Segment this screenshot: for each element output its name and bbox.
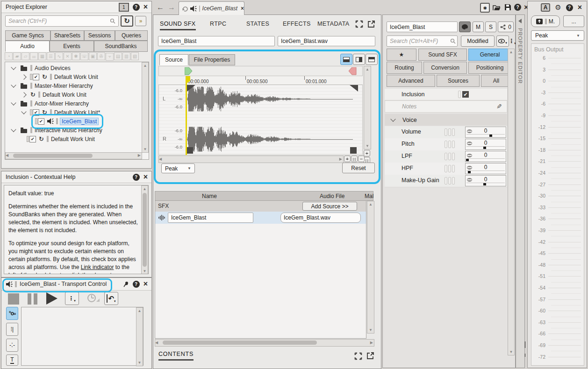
source-file-field[interactable] xyxy=(280,213,361,223)
property-value-box[interactable]: 0 xyxy=(465,163,506,174)
chevron-right-icon[interactable] xyxy=(21,92,26,97)
waveform-vertical-scrollbar[interactable]: ▲▼ xyxy=(364,66,371,149)
loop-start-marker[interactable] xyxy=(185,67,193,75)
chevron-down-icon[interactable] xyxy=(11,127,16,132)
filter-expand-button[interactable]: » xyxy=(135,16,146,26)
tree-row[interactable]: ✔ ↻ Default Work Unit* xyxy=(5,108,100,117)
trim-end-handle[interactable] xyxy=(350,85,358,92)
help-icon[interactable]: ? xyxy=(566,4,573,11)
view-single-button[interactable] xyxy=(340,54,352,65)
zoom-in-vertical-button[interactable]: + xyxy=(364,150,370,156)
tree-label[interactable]: Interactive Music Hierarchy xyxy=(35,127,102,134)
source-name-field[interactable] xyxy=(168,213,253,223)
close-tab-icon[interactable]: × xyxy=(241,5,244,12)
zoom-ratio-button[interactable]: |:| xyxy=(351,156,358,162)
property-value[interactable]: 0 xyxy=(466,176,506,183)
slider-marker[interactable] xyxy=(468,171,471,173)
property-value-box[interactable]: 0 xyxy=(465,139,506,150)
search-input[interactable] xyxy=(5,15,119,27)
notes-placeholder[interactable]: Notes xyxy=(402,103,416,110)
contents-vertical-scrollbar[interactable]: ▲▼ xyxy=(367,201,374,334)
tab-rtpc[interactable]: RTPC xyxy=(210,21,226,27)
tab-effects[interactable]: EFFECTS xyxy=(283,21,311,27)
tab-soundbanks[interactable]: SoundBanks xyxy=(94,41,148,52)
column-header-name[interactable]: Name xyxy=(202,193,217,199)
waveform-left-channel[interactable] xyxy=(187,86,358,112)
music-segment-icon[interactable]: ▥ xyxy=(122,52,130,60)
modified-filter-button[interactable]: Modified xyxy=(461,35,495,47)
segment-view-button[interactable]: -⁚- xyxy=(6,339,18,352)
transport-menu-button[interactable]: ⋮▾ xyxy=(65,292,79,305)
chevron-down-icon[interactable] xyxy=(11,64,16,70)
help-icon[interactable]: ? xyxy=(133,174,140,181)
play-button[interactable] xyxy=(46,292,57,305)
link-indicator-group[interactable] xyxy=(445,141,456,149)
tree-horizontal-scrollbar[interactable]: ◀ ▶ xyxy=(5,152,142,159)
text-view-button[interactable]: T xyxy=(6,355,18,366)
chevron-down-icon[interactable] xyxy=(21,109,26,114)
property-menu-button[interactable]: ⋮▾ xyxy=(510,35,515,47)
tree-row-selected[interactable]: ✔ IceGem_Blast xyxy=(5,117,99,126)
meter-mode-dropdown[interactable]: Peak▼ xyxy=(531,30,584,41)
mute-button[interactable]: M xyxy=(473,21,484,32)
column-header-audio-file[interactable]: Audio File xyxy=(320,193,344,199)
tree-row[interactable]: Audio Devices xyxy=(5,64,71,72)
physical-folder-icon[interactable]: ▰ xyxy=(13,52,21,60)
transport-scrollbar[interactable]: ▲▼ xyxy=(136,307,143,366)
link-indicator-icon[interactable] xyxy=(30,109,32,115)
mini-slider[interactable] xyxy=(466,183,505,185)
gear-icon[interactable]: ⚙ xyxy=(555,3,561,12)
tab-favorites[interactable]: ★ xyxy=(387,49,416,61)
add-source-button[interactable]: Add Source >> xyxy=(302,202,357,211)
tree-vertical-scrollbar[interactable]: ▲▼ xyxy=(142,62,149,153)
playhead-cursor[interactable] xyxy=(186,76,187,155)
reset-playback-button[interactable]: ↶▾ xyxy=(104,292,118,305)
waveform-horizontal-scrollbar[interactable]: ◀ ▶ xyxy=(158,156,344,163)
tree-label[interactable]: Master-Mixer Hierarchy xyxy=(35,83,93,89)
tab-sound-sfx[interactable]: SOUND SFX xyxy=(160,21,196,30)
property-object-name-field[interactable] xyxy=(387,21,458,32)
column-header-clipped[interactable]: Mal xyxy=(365,193,373,199)
tree-row[interactable]: ✔ ↻ Default Work Unit xyxy=(5,72,98,81)
work-unit-icon[interactable]: ◔ xyxy=(5,52,13,60)
link-indicator-icon[interactable] xyxy=(458,91,461,98)
tab-contents[interactable]: CONTENTS xyxy=(158,351,194,361)
property-value[interactable]: 0 xyxy=(466,152,506,158)
slider-marker[interactable] xyxy=(489,135,492,137)
meter-layout-button[interactable]: A xyxy=(541,3,550,12)
property-value[interactable]: 0 xyxy=(466,128,506,134)
tree-row[interactable]: ✔ ↻ Default Work Unit xyxy=(5,135,95,143)
inclusion-checkbox[interactable]: ✔ xyxy=(462,91,469,98)
zoom-in-button[interactable]: + xyxy=(344,156,351,162)
tab-game-syncs[interactable]: Game Syncs xyxy=(5,30,50,41)
property-value[interactable]: 0 xyxy=(466,140,506,146)
chevron-down-icon[interactable] xyxy=(11,100,16,105)
mini-slider[interactable] xyxy=(466,146,505,149)
tab-queries[interactable]: Queries xyxy=(115,30,148,41)
property-search-input[interactable] xyxy=(387,35,458,47)
nav-back-button[interactable]: ← xyxy=(155,3,165,12)
list-icon[interactable]: ☰ xyxy=(47,52,55,60)
tree-label[interactable]: Default Work Unit xyxy=(43,92,86,98)
contents-source-row[interactable] xyxy=(155,212,366,224)
trim-start-handle[interactable] xyxy=(187,85,195,92)
close-icon[interactable]: × xyxy=(578,4,582,11)
mixer-icon[interactable]: ⚌ xyxy=(30,52,38,60)
link-indicator-icon[interactable] xyxy=(30,74,32,80)
fade-out-handle[interactable] xyxy=(350,147,357,154)
property-editor-strip[interactable]: PROPERTY EDITOR xyxy=(516,14,525,368)
tree-row[interactable]: Interactive Music Hierarchy xyxy=(5,126,102,135)
mini-slider[interactable] xyxy=(466,158,505,161)
edit-pencil-icon[interactable]: ✎ xyxy=(496,103,502,110)
view-split-rows-button[interactable] xyxy=(366,54,378,65)
close-icon[interactable]: × xyxy=(143,3,148,11)
switch-icon[interactable]: ✕ xyxy=(64,52,72,60)
link-indicator-icon[interactable] xyxy=(27,136,29,142)
pause-button[interactable] xyxy=(28,293,38,305)
chevron-down-icon[interactable] xyxy=(390,116,395,121)
music-playlist-icon[interactable]: ▤ xyxy=(114,52,122,60)
loop-end-marker[interactable] xyxy=(349,67,357,75)
tree-label[interactable]: Actor-Mixer Hierarchy xyxy=(35,100,89,107)
maximize-view-icon[interactable] xyxy=(355,20,363,28)
mini-slider[interactable] xyxy=(466,170,505,173)
